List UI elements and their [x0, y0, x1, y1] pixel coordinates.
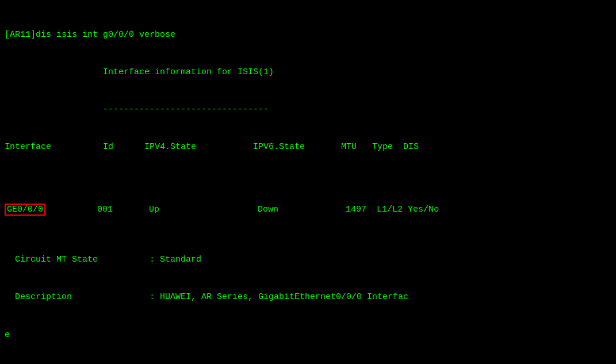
command-line: [AR11]dis isis int g0/0/0 verbose: [5, 29, 611, 41]
terminal-window: [AR11]dis isis int g0/0/0 verbose Interf…: [5, 3, 611, 364]
title-line: Interface information for ISIS(1): [5, 66, 611, 79]
ge000-row: GE0/0/0 001 Up Down 1497 L1/L2 Yes/No: [5, 204, 611, 216]
circuit-mt-row: Circuit MT State : Standard: [5, 254, 611, 266]
separator-line: --------------------------------: [5, 104, 611, 116]
description-cont-row: e: [5, 329, 611, 342]
description-row: Description : HUAWEI, AR Series, Gigabit…: [5, 291, 611, 304]
header-line: Interface Id IPV4.State IPV6.State MTU T…: [5, 141, 611, 154]
ge000-box: GE0/0/0: [5, 204, 45, 216]
